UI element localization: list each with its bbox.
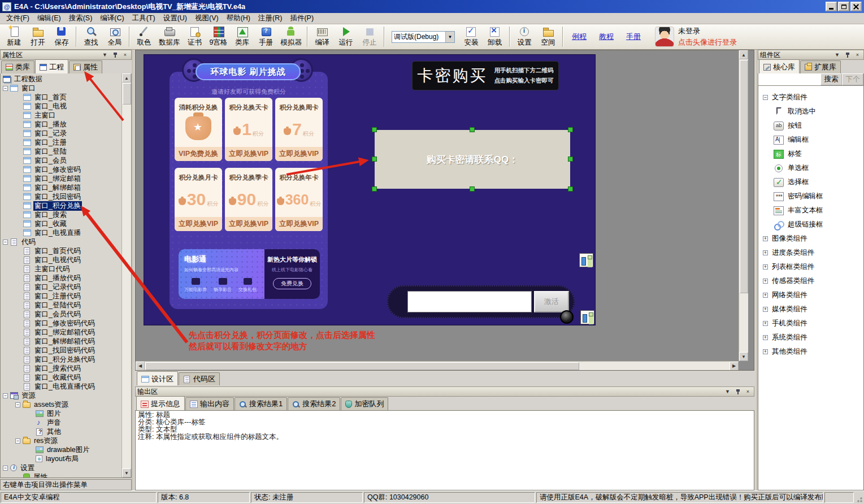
tree-item[interactable]: 窗口_电视代码 [1, 255, 121, 264]
points-card[interactable]: 积分兑换年卡360积分立即兑换VIP [275, 168, 323, 231]
view-tab-0[interactable]: 设计区 [137, 371, 178, 385]
tab-1[interactable]: 扩展库 [800, 60, 841, 73]
points-card[interactable]: 积分兑换天卡1积分立即兑换VIP [225, 98, 272, 161]
tree-item[interactable]: 窗口_绑定邮箱代码 [1, 328, 121, 337]
activate-button[interactable]: 激活 [534, 291, 569, 312]
avatar[interactable] [655, 27, 674, 47]
pin-icon[interactable] [733, 388, 742, 396]
tree-item[interactable]: 窗口_播放代码 [1, 273, 121, 283]
free-exchange-button[interactable]: 免费兑换 [273, 278, 311, 289]
points-card[interactable]: 积分兑换季卡90积分立即兑换VIP [225, 168, 272, 231]
tree-item[interactable]: 窗口_解绑邮箱代码 [1, 337, 121, 346]
tree-item[interactable]: 窗口_会员代码 [1, 310, 121, 319]
menu-item-1[interactable]: 编辑(E) [33, 12, 65, 24]
toolbar-button-database[interactable]: 数据库 [156, 25, 183, 49]
toolbar-button-simulator[interactable]: 模拟器 [278, 25, 305, 49]
selection-handle[interactable] [470, 186, 475, 192]
component-item[interactable]: 丰富文本框 [758, 203, 863, 218]
next-button[interactable]: 下个 [842, 73, 863, 85]
tab-0[interactable]: 核心库 [759, 59, 800, 73]
tree-item[interactable]: 图片 [1, 409, 121, 418]
toolbar-button-picker[interactable]: 取色 [132, 25, 156, 49]
component-group[interactable]: +图像类组件 [758, 232, 863, 246]
tree-item[interactable]: 窗口_注册代码 [1, 292, 121, 301]
toolbar-button-run[interactable]: 运行 [334, 25, 358, 49]
resize-grip[interactable] [855, 492, 863, 503]
close-panel-icon[interactable]: × [121, 51, 129, 59]
expander-icon[interactable]: − [3, 240, 8, 245]
expander-icon[interactable]: + [763, 236, 768, 241]
toolbar-button-compile[interactable]: 编译 [310, 25, 334, 49]
component-group[interactable]: +进度条类组件 [758, 246, 863, 260]
tree-item[interactable]: −res资源 [1, 436, 121, 445]
tree-item[interactable]: 声音 [1, 418, 121, 427]
expander-icon[interactable]: − [15, 402, 20, 407]
points-card[interactable]: 消耗积分兑换VIP免费兑换 [175, 98, 222, 161]
tree-item[interactable]: drawable图片 [1, 445, 121, 454]
scroll-up-icon[interactable]: ▲ [739, 50, 748, 59]
tab-0[interactable]: 类库 [1, 60, 34, 73]
selection-handle[interactable] [568, 157, 573, 162]
expander-icon[interactable]: − [763, 95, 768, 100]
output-tab-3[interactable]: 搜索结果2 [288, 397, 340, 410]
component-item[interactable]: 选择框 [758, 175, 863, 189]
scroll-right-icon[interactable]: ▶ [730, 362, 739, 371]
pin-icon[interactable] [843, 51, 852, 59]
scroll-thumb[interactable] [145, 362, 579, 370]
exchange-vip-button[interactable]: 立即兑换VIP [275, 147, 323, 161]
exchange-vip-button[interactable]: 立即兑换VIP [225, 217, 272, 231]
exchange-vip-button[interactable]: 立即兑换VIP [275, 217, 323, 231]
expander-icon[interactable]: − [3, 466, 8, 471]
expander-icon[interactable]: − [3, 86, 8, 91]
toolbar-link-0[interactable]: 例程 [572, 32, 587, 42]
scroll-down-icon[interactable]: ▼ [739, 352, 748, 361]
component-group[interactable]: −文字类组件 [758, 90, 863, 105]
component-group[interactable]: +列表框类组件 [758, 260, 863, 274]
scroll-down-icon[interactable]: ▼ [122, 468, 131, 477]
exchange-vip-button[interactable]: 立即兑换VIP [225, 147, 272, 161]
design-horizontal-scrollbar[interactable]: ◀ ▶ [136, 361, 739, 370]
tree-item[interactable]: 窗口_首页代码 [1, 246, 121, 255]
qq-contact-label-selected[interactable]: 购买卡密请联系QQ： [375, 130, 570, 189]
component-item[interactable]: 取消选中 [758, 105, 863, 119]
tree-item[interactable]: 工程数据 [1, 75, 121, 84]
tree-item[interactable]: 窗口_绑定邮箱 [1, 174, 121, 183]
toolbar-button-manual[interactable]: 手册 [254, 25, 278, 49]
tree-item[interactable]: 窗口_电视直播 [1, 228, 121, 237]
tree-item[interactable]: 窗口_搜索代码 [1, 364, 121, 373]
search-button[interactable]: 搜索 [820, 73, 842, 85]
component-group[interactable]: +系统类组件 [758, 331, 863, 345]
toolbar-button-space[interactable]: 空间 [536, 25, 560, 49]
points-card[interactable]: 积分兑换月卡30积分立即兑换VIP [175, 168, 222, 231]
tree-item[interactable]: 窗口_电视 [1, 102, 121, 111]
close-button[interactable] [850, 2, 862, 11]
pin-icon[interactable] [111, 51, 119, 59]
toolbar-button-find[interactable]: 查找 [79, 25, 103, 49]
tree-item[interactable]: −设置 [1, 463, 121, 472]
selection-handle[interactable] [372, 127, 377, 132]
tree-item[interactable]: −代码 [1, 237, 121, 246]
tree-item[interactable]: 主窗口代码 [1, 264, 121, 273]
toolbar-button-save[interactable]: 保存 [50, 25, 73, 49]
expander-icon[interactable]: + [763, 335, 768, 340]
output-tab-0[interactable]: 提示信息 [136, 396, 185, 410]
tree-item[interactable]: 窗口_解绑邮箱 [1, 183, 121, 192]
project-tree-scrollbar[interactable]: ▲ ▼ [121, 73, 131, 477]
expander-icon[interactable]: + [763, 349, 768, 354]
toolbar-button-global[interactable]: 全局 [103, 25, 127, 49]
tree-item[interactable]: −assets资源 [1, 400, 121, 409]
exchange-vip-button[interactable]: VIP免费兑换 [175, 147, 222, 161]
tree-item[interactable]: 窗口_找回密码 [1, 192, 121, 201]
toolbar-button-cert[interactable]: 证书 [183, 25, 207, 49]
tree-item[interactable]: 窗口_搜索 [1, 210, 121, 219]
tree-item[interactable]: 窗口_修改密码 [1, 165, 121, 174]
component-item[interactable]: 标签 [758, 147, 863, 161]
toolbar-button-stop[interactable]: 停止 [358, 25, 381, 49]
panel-menu-icon[interactable]: ▼ [723, 388, 732, 396]
selection-handle[interactable] [568, 186, 573, 192]
tree-item[interactable]: layout布局 [1, 454, 121, 463]
tree-item[interactable]: 窗口_记录代码 [1, 283, 121, 292]
menu-item-8[interactable]: 注册(R) [254, 12, 286, 24]
expander-icon[interactable]: − [3, 393, 8, 398]
design-area[interactable]: 环球电影 刷片挑战 邀请好友即可获得免费积分 消耗积分兑换VIP免费兑换积分兑换… [135, 50, 754, 371]
